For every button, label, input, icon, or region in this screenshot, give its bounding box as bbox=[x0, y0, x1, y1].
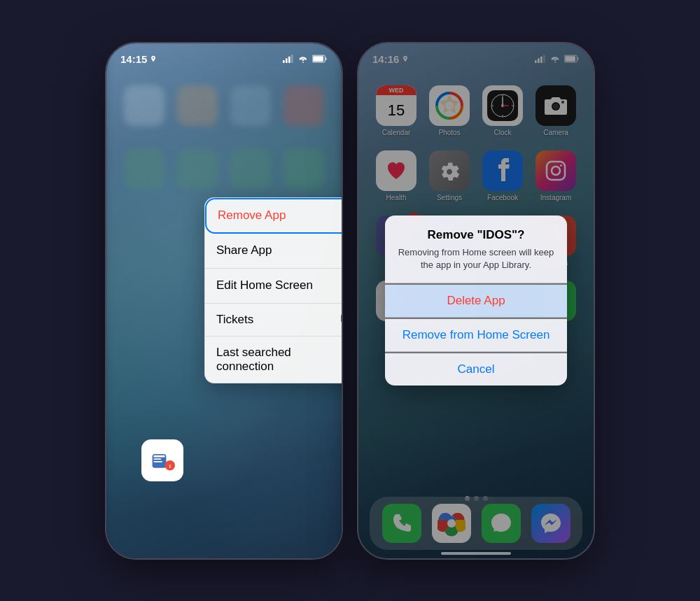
svg-rect-16 bbox=[153, 458, 161, 460]
context-menu: Remove App ⊖ Share App Edit Home Screen … bbox=[204, 197, 343, 383]
alert-buttons: Delete App Remove from Home Screen Cance… bbox=[385, 283, 567, 386]
remove-app-label: Remove App bbox=[218, 208, 286, 222]
location-icon bbox=[150, 55, 157, 62]
delete-app-button[interactable]: Delete App bbox=[385, 283, 567, 318]
phone-2: 14:16 WED bbox=[357, 42, 595, 560]
last-searched-label: Last searchedconnection bbox=[216, 346, 291, 374]
svg-rect-6 bbox=[326, 57, 327, 60]
ticket-icon bbox=[341, 313, 343, 327]
phone1-time: 14:15 bbox=[120, 53, 147, 65]
svg-rect-17 bbox=[153, 460, 162, 462]
remove-app-button[interactable]: Remove App ⊖ bbox=[205, 198, 343, 234]
search-clock-icon bbox=[341, 351, 343, 367]
svg-rect-9 bbox=[342, 314, 343, 322]
alert-content: Remove "IDOS"? Removing from Home screen… bbox=[385, 215, 567, 283]
svg-text:i: i bbox=[169, 462, 171, 469]
share-app-button[interactable]: Share App bbox=[205, 234, 343, 269]
edit-home-screen-button[interactable]: Edit Home Screen bbox=[205, 269, 343, 304]
svg-rect-15 bbox=[153, 455, 164, 457]
share-app-label: Share App bbox=[216, 243, 272, 257]
svg-rect-3 bbox=[291, 55, 293, 63]
blurred-bg-icons-top bbox=[106, 85, 342, 126]
phone-1: 14:15 Remove App ⊖ Sh bbox=[105, 42, 343, 560]
remove-from-home-button[interactable]: Remove from Home Screen bbox=[385, 318, 567, 352]
blurred-bg-icons-mid bbox=[106, 148, 342, 189]
home-indicator bbox=[441, 552, 511, 555]
alert-title: Remove "IDOS"? bbox=[396, 228, 556, 242]
alert-dialog: Remove "IDOS"? Removing from Home screen… bbox=[385, 215, 567, 386]
alert-overlay: Remove "IDOS"? Removing from Home screen… bbox=[358, 43, 594, 558]
tickets-label: Tickets bbox=[216, 313, 253, 327]
last-searched-button[interactable]: Last searchedconnection bbox=[205, 337, 343, 383]
alert-message: Removing from Home screen will keep the … bbox=[396, 246, 556, 271]
battery-icon bbox=[312, 55, 328, 63]
phone-screen-icon bbox=[342, 278, 343, 294]
phone1-status-bar: 14:15 bbox=[106, 53, 342, 65]
svg-rect-5 bbox=[313, 56, 323, 61]
cancel-button[interactable]: Cancel bbox=[385, 352, 567, 386]
phone1-status-icons bbox=[283, 55, 328, 63]
minus-circle-icon: ⊖ bbox=[342, 208, 343, 223]
svg-rect-0 bbox=[283, 60, 285, 63]
svg-rect-1 bbox=[286, 58, 288, 63]
idos-app-icon[interactable]: i bbox=[141, 439, 183, 481]
share-icon bbox=[341, 243, 343, 259]
tickets-button[interactable]: Tickets bbox=[205, 304, 343, 337]
svg-rect-2 bbox=[288, 57, 290, 63]
wifi-icon bbox=[298, 55, 309, 63]
signal-icon bbox=[283, 55, 294, 63]
edit-home-screen-label: Edit Home Screen bbox=[216, 278, 313, 292]
